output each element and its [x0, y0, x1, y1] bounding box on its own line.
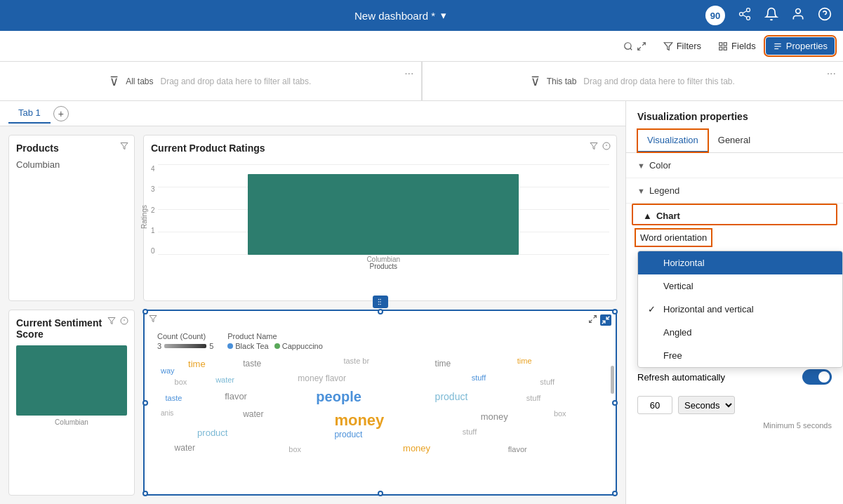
tab-visualization[interactable]: Visualization [637, 129, 708, 152]
wc-word: box [288, 445, 301, 453]
products-filter-icon[interactable] [120, 141, 128, 152]
wc-word-people: people [316, 389, 361, 405]
wc-expand-icon[interactable] [588, 314, 597, 326]
option-free[interactable]: Free [638, 344, 842, 367]
svg-point-1 [739, 12, 743, 15]
svg-point-29 [380, 299, 381, 300]
search-button[interactable] [616, 38, 653, 55]
wc-min-val: 3 [157, 342, 161, 350]
vertical-label: Vertical [663, 281, 693, 291]
ratings-info-icon[interactable] [602, 141, 611, 152]
refresh-toggle[interactable] [802, 369, 832, 385]
color-chevron-icon: ▼ [637, 161, 645, 170]
option-vertical[interactable]: Vertical [638, 274, 842, 298]
svg-line-10 [642, 42, 645, 45]
topbar: New dashboard * ▾ 90 [0, 0, 843, 31]
wc-scrollbar[interactable] [611, 366, 614, 394]
wc-word: time [517, 357, 532, 365]
black-tea-dot [227, 343, 233, 349]
free-label: Free [663, 350, 682, 361]
selection-drag-handle[interactable] [373, 296, 388, 308]
dashboard-title-area: New dashboard * ▾ [354, 9, 446, 22]
svg-point-5 [796, 8, 801, 13]
tab-general[interactable]: General [708, 129, 760, 152]
option-horizontal[interactable]: Horizontal [638, 251, 842, 274]
wc-word: water [175, 443, 195, 453]
handle-ml[interactable] [142, 400, 148, 406]
chart-section-header[interactable]: ▲ Chart [632, 204, 837, 225]
properties-button[interactable]: Properties [766, 37, 835, 55]
word-orientation-dropdown[interactable]: Horizontal Vertical ✓ Horizontal and ver… [637, 251, 843, 368]
all-tabs-filter-label: All tabs [126, 77, 153, 86]
color-label: Color [649, 160, 671, 171]
add-tab-button[interactable]: + [53, 106, 69, 121]
sentiment-x-label: Columbian [16, 418, 127, 426]
handle-tl[interactable] [142, 309, 148, 314]
all-tabs-filter[interactable]: ⊽ All tabs Drag and drop data here to fi… [0, 62, 423, 100]
wc-word: taste [166, 394, 182, 402]
wc-word: money [481, 411, 508, 422]
x-axis-label: Products [158, 263, 609, 270]
filters-button[interactable]: Filters [656, 37, 708, 55]
wc-word: product [197, 427, 227, 438]
topbar-actions: 90 [705, 6, 832, 25]
svg-marker-25 [108, 318, 115, 324]
handle-mr[interactable] [612, 400, 618, 406]
option-angled[interactable]: Angled [638, 321, 842, 344]
word-orientation-row: Word orientation Horizontal Vertical ✓ H… [626, 225, 843, 250]
user-icon[interactable] [791, 7, 805, 25]
wc-word: money flavor [298, 373, 346, 383]
sentiment-info-icon[interactable] [120, 316, 128, 327]
dashboard-content: Products Columbian Current Product Ratin… [0, 126, 625, 504]
help-icon[interactable] [818, 7, 832, 25]
fields-button[interactable]: Fields [711, 37, 763, 55]
this-tab-filter[interactable]: ⊽ This tab Drag and drop data here to fi… [423, 62, 844, 100]
wc-word: stuff [463, 427, 477, 436]
handle-br[interactable] [612, 491, 618, 496]
handle-tr[interactable] [612, 309, 618, 314]
color-section-header[interactable]: ▼ Color [637, 160, 832, 171]
handle-bl[interactable] [142, 491, 148, 496]
wc-word: product [435, 391, 468, 402]
toolbar: Filters Fields Properties [0, 31, 843, 62]
option-horizontal-vertical[interactable]: ✓ Horizontal and vertical [638, 298, 842, 321]
refresh-label: Refresh automatically [637, 372, 725, 383]
products-title: Products [16, 142, 127, 154]
all-tabs-more-icon[interactable]: ··· [404, 67, 413, 80]
handle-tm[interactable] [378, 309, 383, 314]
dropdown-icon[interactable]: ▾ [441, 9, 446, 22]
all-tabs-filter-text: Drag and drop data here to filter all ta… [161, 77, 312, 86]
tab-1[interactable]: Tab 1 [8, 103, 51, 124]
refresh-time-input[interactable] [637, 396, 672, 414]
sentiment-filter-icon[interactable] [107, 316, 116, 327]
ratings-filter-icon[interactable] [590, 141, 598, 152]
notifications-icon[interactable] [764, 7, 778, 25]
properties-tabs: Visualization General [626, 129, 843, 153]
wc-word: box [554, 409, 566, 418]
angled-label: Angled [663, 327, 691, 338]
legend-black-tea: Black Tea [227, 342, 269, 350]
wc-count-gradient [164, 344, 206, 348]
svg-point-33 [378, 301, 379, 303]
wc-word: stuff [526, 394, 541, 402]
svg-marker-12 [664, 42, 672, 50]
wc-word: flavor [508, 445, 527, 453]
y-axis-label: Ratings [140, 205, 148, 229]
svg-marker-39 [150, 316, 157, 322]
refresh-time-row: Seconds [626, 392, 843, 418]
wc-word: flavor [225, 391, 247, 402]
refresh-unit-select[interactable]: Seconds [678, 396, 735, 414]
legend-section-header[interactable]: ▼ Legend [637, 185, 832, 196]
wc-word: time [188, 359, 206, 369]
svg-point-31 [380, 304, 381, 305]
ratings-chart-area: 4 3 2 1 0 [151, 159, 609, 272]
legend-label: Legend [649, 185, 679, 196]
share-icon[interactable] [738, 7, 752, 25]
this-tab-more-icon[interactable]: ··· [827, 67, 836, 80]
wc-corner-icon[interactable] [600, 314, 611, 328]
this-tab-filter-text: Drag and drop data here to filter this t… [583, 77, 734, 86]
wc-filter-icon[interactable] [149, 314, 157, 325]
wordcloud-widget[interactable]: Count (Count) 3 5 Product Name Black [143, 310, 617, 496]
chart-chevron-icon: ▲ [643, 211, 652, 221]
handle-bm[interactable] [378, 491, 383, 496]
